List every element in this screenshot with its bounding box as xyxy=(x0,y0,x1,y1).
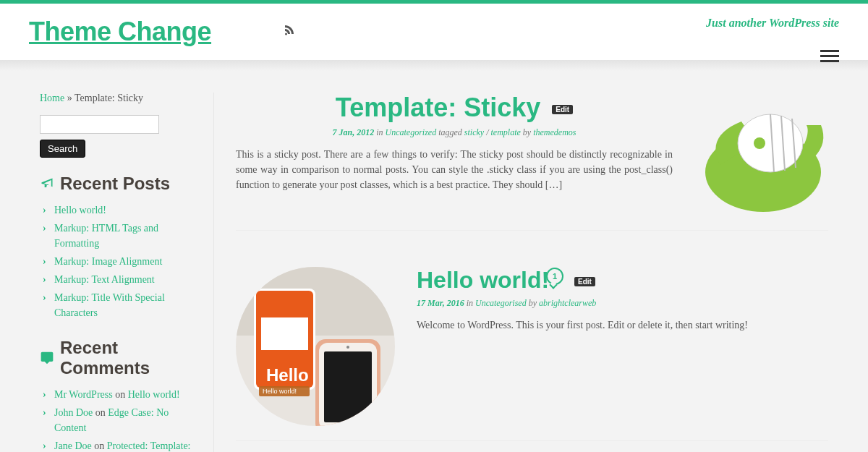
comment-on: on xyxy=(113,389,128,400)
search-button[interactable]: Search xyxy=(40,140,85,158)
svg-point-16 xyxy=(346,346,349,349)
list-item: Mr WordPress on Hello world! xyxy=(40,385,195,404)
svg-rect-10 xyxy=(261,317,308,350)
post-hello: Hello Hello world! Hello world!1 Edit 17… xyxy=(236,267,828,441)
comment-on: on xyxy=(92,440,107,451)
recent-comments-list: Mr WordPress on Hello world! John Doe on… xyxy=(40,385,195,452)
recent-posts-title-text: Recent Posts xyxy=(60,174,170,194)
post-author-link[interactable]: themedemos xyxy=(533,127,576,137)
recent-posts-heading: Recent Posts xyxy=(40,174,195,194)
bullhorn-icon xyxy=(40,176,54,191)
post-title-link[interactable]: Template: Sticky xyxy=(336,93,540,122)
list-item: Jane Doe on Protected: Template: Passwor… xyxy=(40,437,195,452)
post-thumbnail[interactable]: Hello Hello world! xyxy=(236,267,395,426)
post-tag-link[interactable]: template xyxy=(491,127,521,137)
comments-icon xyxy=(40,351,54,365)
breadcrumb-sep: » xyxy=(64,93,75,103)
post-sticky: Template: Sticky Edit 7 Jan, 2012 in Unc… xyxy=(236,93,828,231)
recent-post-link[interactable]: Markup: HTML Tags and Formatting xyxy=(54,223,158,249)
list-item: Markup: HTML Tags and Formatting xyxy=(40,219,195,252)
header-shadow xyxy=(0,60,868,71)
list-item: Markup: Title With Special Characters xyxy=(40,289,195,322)
comment-author-link[interactable]: Mr WordPress xyxy=(54,389,113,400)
svg-point-2 xyxy=(754,137,765,149)
site-title[interactable]: Theme Change xyxy=(29,17,211,47)
post-meta: 17 Mar, 2016 in Uncategorised by abright… xyxy=(417,298,828,309)
breadcrumb-home[interactable]: Home xyxy=(40,93,64,103)
comment-author-link[interactable]: John Doe xyxy=(54,407,93,418)
post-tag-link[interactable]: sticky xyxy=(464,127,484,137)
recent-comments-title-text: Recent Comments xyxy=(60,338,195,378)
comment-count-badge[interactable]: 1 xyxy=(546,268,563,285)
post-category-link[interactable]: Uncategorised xyxy=(475,298,527,308)
post-title: Template: Sticky Edit xyxy=(236,93,673,123)
search-input[interactable] xyxy=(40,115,159,134)
post-excerpt: Welcome to WordPress. This is your first… xyxy=(417,317,828,333)
post-featured-image[interactable] xyxy=(691,93,828,216)
meta-tagged: tagged xyxy=(436,127,464,137)
list-item: Hello world! xyxy=(40,201,195,219)
post-date-link[interactable]: 7 Jan, 2012 xyxy=(332,127,374,137)
svg-text:Hello: Hello xyxy=(266,365,309,385)
comment-on: on xyxy=(93,407,108,418)
site-tagline: Just another WordPress site xyxy=(706,17,839,30)
sidebar: Home » Template: Sticky Search Recent Po… xyxy=(40,93,213,452)
meta-by: by xyxy=(527,298,539,308)
rss-icon[interactable] xyxy=(284,24,295,38)
list-item: Markup: Image Alignment xyxy=(40,252,195,270)
meta-slash: / xyxy=(484,127,490,137)
site-header: Theme Change Just another WordPress site xyxy=(0,4,868,60)
recent-post-link[interactable]: Markup: Image Alignment xyxy=(54,256,162,267)
recent-post-link[interactable]: Markup: Title With Special Characters xyxy=(54,292,165,318)
meta-by: by xyxy=(521,127,533,137)
recent-comments-heading: Recent Comments xyxy=(40,338,195,378)
search-form: Search xyxy=(40,115,195,158)
post-author-link[interactable]: abrightclearweb xyxy=(539,298,596,308)
post-category-link[interactable]: Uncategorized xyxy=(386,127,437,137)
recent-posts-list: Hello world! Markup: HTML Tags and Forma… xyxy=(40,201,195,322)
thumb-label: Hello world! xyxy=(263,388,297,395)
list-item: Markup: Text Alignment xyxy=(40,270,195,289)
edit-badge[interactable]: Edit xyxy=(552,105,573,114)
meta-in: in xyxy=(374,127,385,137)
list-item: John Doe on Edge Case: No Content xyxy=(40,404,195,437)
comment-post-link[interactable]: Hello world! xyxy=(128,389,180,400)
breadcrumb-current: Template: Sticky xyxy=(75,93,143,103)
main-content: Template: Sticky Edit 7 Jan, 2012 in Unc… xyxy=(213,93,828,452)
breadcrumb: Home » Template: Sticky xyxy=(40,93,195,104)
svg-rect-15 xyxy=(324,351,372,422)
menu-toggle-icon[interactable] xyxy=(820,47,839,65)
post-meta: 7 Jan, 2012 in Uncategorized tagged stic… xyxy=(236,127,673,138)
meta-in: in xyxy=(464,298,475,308)
edit-badge[interactable]: Edit xyxy=(574,277,595,286)
recent-post-link[interactable]: Hello world! xyxy=(54,205,106,216)
post-date-link[interactable]: 17 Mar, 2016 xyxy=(417,298,464,308)
post-title-link[interactable]: Hello world! xyxy=(417,267,549,293)
recent-post-link[interactable]: Markup: Text Alignment xyxy=(54,274,155,285)
post-excerpt: This is a sticky post. There are a few t… xyxy=(236,147,673,192)
post-title: Hello world!1 Edit xyxy=(417,267,828,294)
comment-author-link[interactable]: Jane Doe xyxy=(54,440,92,451)
